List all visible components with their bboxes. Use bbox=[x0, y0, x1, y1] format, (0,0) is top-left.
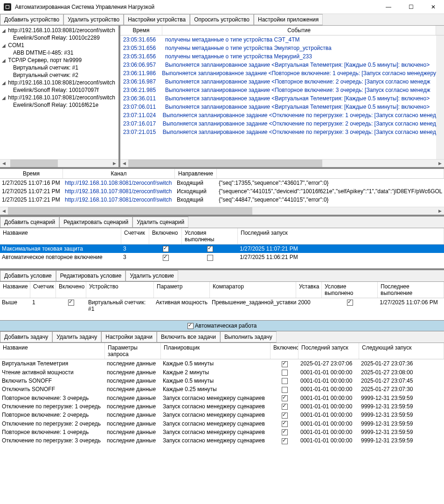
log-row[interactable]: 23:06:36.011Выполняется запланированное … bbox=[120, 94, 436, 103]
task-col-enabled[interactable]: Включено bbox=[271, 343, 298, 359]
task-col-next[interactable]: Следующий запуск bbox=[359, 343, 444, 359]
traffic-body[interactable]: 1/27/2025 11:07:16 PMhttp://192.168.10.1… bbox=[0, 179, 444, 207]
tree-item[interactable]: Ewelink/Sonoff Relay: 100107097f bbox=[0, 86, 118, 94]
tree-item[interactable]: ◢ http://192.168.10.108:8081/zeroconf/sw… bbox=[0, 79, 118, 86]
scen-enabled-checkbox[interactable] bbox=[163, 255, 169, 261]
device-settings-button[interactable]: Настройки устройства bbox=[124, 14, 190, 25]
task-enabled-checkbox[interactable] bbox=[282, 438, 288, 444]
tree-item[interactable]: Ewelink/Sonoff Relay: 10016f621e bbox=[0, 101, 118, 109]
log-row[interactable]: 23:07:11.024Выполняется запланированное … bbox=[120, 111, 436, 119]
cond-met-checkbox[interactable] bbox=[347, 300, 353, 306]
close-button[interactable]: ✕ bbox=[426, 4, 440, 10]
task-row[interactable]: Повторное включение: 2 очередьпоследние … bbox=[0, 411, 444, 419]
traffic-col-time[interactable]: Время bbox=[0, 169, 63, 178]
tree-item[interactable]: ◢ TCP/IP Сервер, порт №9999 bbox=[0, 56, 118, 64]
cond-col-name[interactable]: Название bbox=[0, 282, 30, 298]
remove-scenario-button[interactable]: Удалить сценарий bbox=[132, 217, 188, 228]
log-row[interactable]: 23:06:11.986Выполняется запланированное … bbox=[120, 69, 436, 77]
add-condition-button[interactable]: Добавить условие bbox=[0, 270, 56, 281]
task-col-last[interactable]: Последний запуск bbox=[298, 343, 359, 359]
task-enabled-checkbox[interactable] bbox=[282, 370, 288, 376]
task-enabled-checkbox[interactable] bbox=[282, 378, 288, 384]
task-row[interactable]: Повторное включение: 1 очередьпоследние … bbox=[0, 428, 444, 436]
log-scrollbar[interactable] bbox=[436, 35, 444, 159]
scroll-right-icon[interactable]: ▶ bbox=[436, 160, 444, 167]
maximize-button[interactable]: ☐ bbox=[404, 4, 418, 10]
scen-cond-checkbox[interactable] bbox=[207, 255, 213, 261]
add-scenario-button[interactable]: Добавить сценарий bbox=[0, 217, 59, 228]
tree-item[interactable]: ◢ http://192.168.10.107:8081/zeroconf/sw… bbox=[0, 94, 118, 101]
task-enabled-checkbox[interactable] bbox=[282, 387, 288, 393]
remove-device-button[interactable]: Удалить устройство bbox=[63, 14, 124, 25]
task-col-params[interactable]: Параметры запроса bbox=[105, 343, 161, 359]
scroll-right-icon[interactable]: ▶ bbox=[436, 207, 444, 215]
traffic-row[interactable]: 1/27/2025 11:07:21 PMhttp://192.168.10.1… bbox=[0, 187, 444, 196]
scen-col-name[interactable]: Название bbox=[0, 228, 121, 244]
log-row[interactable]: 23:06:06.957Выполняется запланированное … bbox=[120, 61, 436, 69]
task-enabled-checkbox[interactable] bbox=[282, 395, 288, 401]
traffic-col-channel[interactable]: Канал bbox=[63, 169, 175, 178]
scroll-thumb[interactable] bbox=[128, 160, 322, 167]
log-col-event[interactable]: Событие bbox=[162, 26, 436, 35]
minimize-button[interactable]: — bbox=[382, 4, 395, 10]
task-row[interactable]: Отключение по перегрузке: 3 очередьпосле… bbox=[0, 436, 444, 445]
task-row[interactable]: Отключение по перегрузке: 1 очередьпосле… bbox=[0, 402, 444, 411]
enable-all-tasks-button[interactable]: Включить все задачи bbox=[157, 331, 220, 343]
task-row[interactable]: Отключить SONOFFпоследние данныеКаждые 0… bbox=[0, 385, 444, 393]
task-settings-button[interactable]: Настройки задачи bbox=[101, 331, 157, 343]
scroll-thumb[interactable] bbox=[10, 160, 58, 167]
scen-enabled-checkbox[interactable] bbox=[163, 246, 169, 252]
tree-scrollbar[interactable]: ◀ ▶ bbox=[0, 159, 118, 167]
cond-col-enabled[interactable]: Включено bbox=[56, 282, 86, 298]
poll-device-button[interactable]: Опросить устройство bbox=[190, 14, 254, 25]
log-body[interactable]: 23:05:31.656получены метаданные о типе у… bbox=[120, 35, 436, 159]
cond-col-last[interactable]: Последнее выполнение bbox=[378, 282, 444, 298]
scen-col-enabled[interactable]: Включено bbox=[149, 228, 182, 244]
scenario-row[interactable]: Автоматическое повторное включение31/27/… bbox=[0, 253, 444, 261]
tree-item[interactable]: ◢ http://192.168.10.103:8081/zeroconf/sw… bbox=[0, 27, 118, 34]
log-col-time[interactable]: Время bbox=[120, 26, 162, 35]
cond-col-comparator[interactable]: Компаратор bbox=[210, 282, 296, 298]
task-enabled-checkbox[interactable] bbox=[282, 421, 288, 427]
scen-col-cond[interactable]: Условия выполнены bbox=[182, 228, 238, 244]
tree-item[interactable]: Виртуальный счетчик: #2 bbox=[0, 71, 118, 79]
edit-condition-button[interactable]: Редактировать условие bbox=[56, 270, 126, 281]
traffic-col-payload[interactable] bbox=[217, 169, 444, 178]
task-enabled-checkbox[interactable] bbox=[282, 361, 288, 367]
condition-row[interactable]: Выше1Виртуальный счетчик: #1Активная мощ… bbox=[0, 298, 444, 313]
task-row[interactable]: Отключение по перегрузке: 2 очередьпосле… bbox=[0, 420, 444, 428]
task-enabled-checkbox[interactable] bbox=[282, 413, 288, 419]
traffic-row[interactable]: 1/27/2025 11:07:21 PMhttp://192.168.10.1… bbox=[0, 196, 444, 204]
log-row[interactable]: 23:06:16.987Выполняется запланированное … bbox=[120, 77, 436, 86]
remove-task-button[interactable]: Удалить задачу bbox=[52, 331, 101, 343]
log-h-scrollbar[interactable]: ◀ ▶ bbox=[120, 159, 444, 167]
run-task-button[interactable]: Выполнить задачу bbox=[220, 331, 277, 343]
cond-col-counter[interactable]: Счетчик bbox=[30, 282, 56, 298]
traffic-scrollbar[interactable]: ◀ ▶ bbox=[0, 207, 444, 215]
tree-item[interactable]: ◢ COM1 bbox=[0, 42, 118, 49]
edit-scenario-button[interactable]: Редактировать сценарий bbox=[59, 217, 132, 228]
log-row[interactable]: 23:07:16.017Выполняется запланированное … bbox=[120, 119, 436, 128]
task-col-sched[interactable]: Планировщик bbox=[161, 343, 271, 359]
condition-body[interactable]: Выше1Виртуальный счетчик: #1Активная мощ… bbox=[0, 298, 444, 320]
log-row[interactable]: 23:07:06.011Выполняется запланированное … bbox=[120, 103, 436, 111]
log-row[interactable]: 23:05:31.656получены метаданные о типе у… bbox=[120, 35, 436, 44]
scroll-left-icon[interactable]: ◀ bbox=[0, 160, 8, 167]
cond-col-setpoint[interactable]: Уставка bbox=[296, 282, 322, 298]
add-device-button[interactable]: Добавить устройство bbox=[0, 14, 63, 25]
scroll-left-icon[interactable]: ◀ bbox=[120, 160, 128, 167]
tree-item[interactable]: ABB DMTME-I-485: #31 bbox=[0, 49, 118, 56]
task-col-name[interactable]: Название bbox=[0, 343, 105, 359]
scen-cond-checkbox[interactable] bbox=[207, 246, 213, 252]
task-enabled-checkbox[interactable] bbox=[282, 429, 288, 435]
scroll-right-icon[interactable]: ▶ bbox=[111, 160, 118, 167]
log-row[interactable]: 23:05:31.656получены метаданные о типе у… bbox=[120, 44, 436, 52]
task-row[interactable]: Виртуальная Телеметрияпоследние данныеКа… bbox=[0, 359, 444, 368]
scroll-thumb[interactable] bbox=[8, 207, 252, 215]
task-row[interactable]: Повторное включение: 3 очередьпоследние … bbox=[0, 394, 444, 402]
tree-item[interactable]: Виртуальный счетчик: #1 bbox=[0, 64, 118, 71]
log-row[interactable]: 23:06:21.985Выполняется запланированное … bbox=[120, 86, 436, 94]
cond-col-met[interactable]: Условие выполнено bbox=[322, 282, 378, 298]
cond-enabled-checkbox[interactable] bbox=[68, 300, 74, 306]
scenario-body[interactable]: Максимальная токовая защита31/27/2025 11… bbox=[0, 245, 444, 268]
